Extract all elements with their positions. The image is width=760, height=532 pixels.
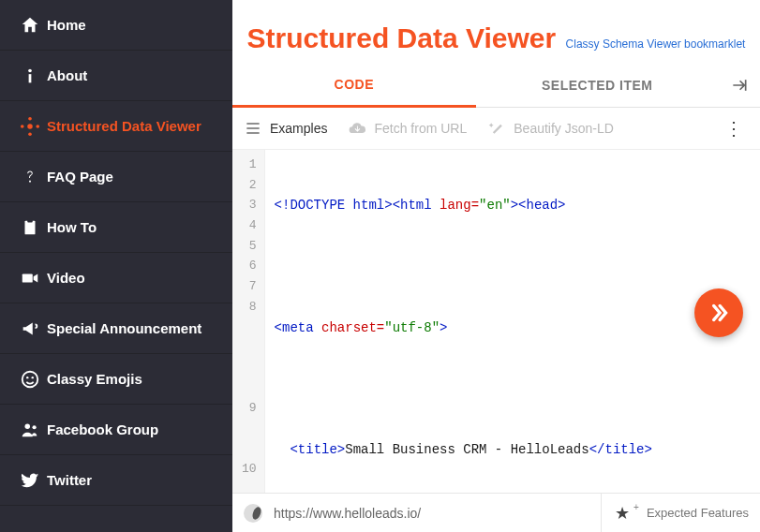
fetch-url-button[interactable]: Fetch from URL [348, 119, 467, 138]
sidebar-item-label: Structured Data Viewer [47, 118, 201, 134]
more-menu[interactable]: ⋮ [719, 117, 749, 140]
svg-rect-7 [25, 220, 36, 234]
clipboard-icon [13, 217, 47, 238]
sidebar-item-label: Facebook Group [47, 421, 158, 437]
twitter-icon [13, 470, 47, 491]
video-icon [13, 268, 47, 288]
expected-label: Expected Features [647, 506, 749, 520]
code-content[interactable]: <!DOCTYPE html><html lang="en"><head> <m… [265, 150, 760, 532]
star-icon: ★ [615, 503, 630, 524]
info-icon [13, 66, 47, 86]
sidebar-item-twitter[interactable]: Twitter [0, 455, 232, 506]
emoji-icon [13, 369, 47, 390]
sidebar-item-label: Special Announcement [47, 320, 201, 336]
svg-point-12 [32, 376, 34, 377]
svg-rect-15 [745, 80, 747, 91]
footer-bar: https://www.helloleads.io/ ★+ Expected F… [232, 493, 760, 532]
sidebar-item-announcement[interactable]: Special Announcement [0, 303, 232, 354]
beautify-button[interactable]: Beautify Json-LD [487, 119, 614, 138]
question-icon [13, 167, 47, 187]
sidebar-item-howto[interactable]: How To [0, 202, 232, 253]
line-gutter: 12345678910 [232, 150, 265, 532]
sidebar-item-label: Home [47, 17, 86, 33]
svg-point-4 [28, 132, 32, 136]
home-icon [13, 15, 47, 36]
download-cloud-icon [348, 119, 366, 138]
sidebar-item-faq[interactable]: FAQ Page [0, 152, 232, 202]
sidebar: Home About Structured Data Viewer FAQ Pa… [0, 0, 232, 532]
svg-point-3 [28, 116, 32, 120]
svg-rect-9 [22, 273, 33, 282]
tab-next-arrow[interactable] [719, 76, 760, 95]
footer-url: https://www.helloleads.io/ [274, 506, 589, 521]
svg-point-13 [25, 423, 31, 429]
page-title: Structured Data Viewer [247, 22, 557, 53]
svg-point-0 [28, 68, 32, 72]
svg-point-10 [22, 371, 38, 387]
sidebar-item-label: Classy Emojis [47, 371, 142, 387]
toolbar: Examples Fetch from URL Beautify Json-LD… [232, 108, 760, 150]
target-icon [13, 116, 47, 137]
svg-rect-16 [246, 123, 259, 125]
sidebar-item-video[interactable]: Video [0, 253, 232, 303]
sidebar-item-structured-data-viewer[interactable]: Structured Data Viewer [0, 101, 232, 152]
tab-code[interactable]: CODE [232, 64, 476, 108]
examples-label: Examples [270, 121, 327, 136]
sidebar-item-label: About [47, 67, 87, 83]
wand-icon [487, 119, 506, 138]
header: Structured Data Viewer Classy Schema Vie… [232, 0, 760, 64]
globe-icon [244, 504, 262, 523]
group-icon [13, 420, 47, 440]
svg-rect-1 [29, 74, 32, 82]
sidebar-item-label: Twitter [47, 472, 92, 488]
bookmarklet-link[interactable]: Classy Schema Viewer bookmarklet [566, 37, 746, 51]
examples-button[interactable]: Examples [244, 119, 327, 138]
megaphone-icon [13, 318, 47, 339]
main-panel: Structured Data Viewer Classy Schema Vie… [232, 0, 760, 532]
svg-point-6 [36, 125, 39, 128]
svg-rect-8 [27, 218, 33, 222]
tabs: CODE SELECTED ITEM [232, 64, 760, 108]
svg-point-14 [32, 425, 36, 429]
svg-rect-17 [246, 127, 259, 129]
sidebar-item-emojis[interactable]: Classy Emojis [0, 354, 232, 405]
sidebar-item-about[interactable]: About [0, 51, 232, 101]
list-icon [244, 119, 262, 138]
fetch-label: Fetch from URL [374, 121, 467, 136]
svg-point-11 [26, 376, 28, 377]
next-fab[interactable] [694, 288, 743, 337]
svg-point-5 [21, 125, 24, 128]
beautify-label: Beautify Json-LD [514, 121, 614, 136]
code-editor[interactable]: 12345678910 <!DOCTYPE html><html lang="e… [232, 150, 760, 532]
sidebar-item-label: How To [47, 219, 97, 235]
sidebar-item-label: Video [47, 270, 85, 286]
sidebar-item-label: FAQ Page [47, 169, 113, 185]
sidebar-item-home[interactable]: Home [0, 0, 232, 51]
svg-point-2 [27, 124, 33, 129]
expected-features-button[interactable]: ★+ Expected Features [601, 494, 749, 532]
sidebar-item-facebook[interactable]: Facebook Group [0, 405, 232, 455]
svg-rect-18 [246, 132, 259, 134]
tab-selected-item[interactable]: SELECTED ITEM [476, 65, 720, 106]
